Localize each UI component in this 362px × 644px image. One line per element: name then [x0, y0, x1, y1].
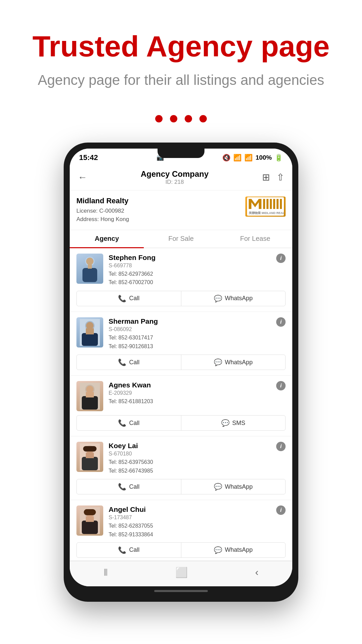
whatsapp-icon-1: 💬 [214, 358, 222, 366]
agent-photo-4 [76, 505, 103, 536]
svg-rect-34 [82, 521, 98, 534]
svg-rect-30 [83, 446, 97, 451]
sms-label-2: SMS [232, 420, 245, 427]
share-button[interactable]: ⇧ [275, 170, 286, 184]
svg-rect-5 [270, 199, 272, 209]
sms-icon-2: 💬 [221, 419, 230, 427]
agent-name-3: Koey Lai [109, 442, 286, 450]
svg-rect-3 [263, 199, 265, 209]
info-icon-2[interactable]: i [276, 381, 286, 390]
agent-id-2: E-209329 [109, 390, 286, 396]
info-icon-3[interactable]: i [276, 442, 286, 451]
agent-tel2-0: Tel: 852-67002700 [109, 278, 286, 287]
app-bar: ← Agency Company ID: 218 ⊞ ⇧ [70, 165, 292, 191]
agent-info-1: Sherman Pang S-086092 Tel: 852-63017417 … [109, 317, 286, 351]
agent-tel1-0: Tel: 852-62973662 [109, 270, 286, 278]
dot-3[interactable] [185, 115, 192, 122]
agent-card-4: i Angel Chui S-173 [70, 500, 292, 560]
agency-license: License: C-000982 [76, 207, 129, 215]
svg-rect-11 [82, 268, 97, 282]
call-icon-1: 📞 [118, 358, 126, 366]
call-button-1[interactable]: 📞 Call [77, 355, 181, 370]
agency-name: Midland Realty [76, 197, 129, 205]
agent-tel2-4: Tel: 852-91333864 [109, 530, 286, 539]
svg-rect-19 [86, 328, 94, 334]
svg-rect-23 [82, 396, 98, 410]
app-bar-title: Agency Company [88, 169, 261, 179]
whatsapp-button-4[interactable]: 💬 WhatsApp [181, 543, 286, 557]
whatsapp-label-1: WhatsApp [225, 359, 253, 366]
agent-card-3: i Koey Lai S-67018 [70, 436, 292, 500]
status-time: 15:42 [79, 153, 98, 162]
svg-point-12 [86, 258, 94, 265]
call-button-4[interactable]: 📞 Call [77, 543, 181, 557]
svg-rect-7 [277, 199, 279, 209]
wifi-icon: 📶 [233, 154, 242, 162]
agent-id-4: S-173487 [109, 515, 286, 521]
page-title: Trusted Agency page [20, 30, 342, 63]
phone-notch [158, 149, 204, 158]
agent-name-2: Agnes Kwan [109, 381, 286, 389]
info-icon-1[interactable]: i [276, 317, 286, 327]
home-bar [154, 590, 208, 592]
agent-info-3: Koey Lai S-670180 Tel: 852-63975630 Tel:… [109, 442, 286, 475]
back-button[interactable]: ← [76, 171, 88, 184]
call-button-3[interactable]: 📞 Call [77, 479, 181, 494]
agent-actions-0: 📞 Call 💬 WhatsApp [76, 291, 286, 306]
agent-info-4: Angel Chui S-173487 Tel: 852-62837055 Te… [109, 505, 286, 539]
nav-back-icon[interactable]: ‹ [255, 567, 258, 578]
agent-card-0: i Stephen Fong S-669778 Tel: 852-629 [70, 248, 292, 312]
nav-home-icon[interactable]: ⬜ [175, 567, 188, 578]
svg-text:美聯物業 MIDLAND REALTY: 美聯物業 MIDLAND REALTY [248, 211, 284, 215]
info-icon-0[interactable]: i [276, 254, 286, 263]
svg-rect-36 [84, 509, 96, 515]
dot-1[interactable] [155, 115, 163, 122]
sms-button-2[interactable]: 💬 SMS [181, 416, 286, 430]
svg-point-22 [86, 386, 94, 393]
agent-info-2: Agnes Kwan E-209329 Tel: 852-61881203 [109, 381, 286, 406]
svg-rect-35 [86, 517, 94, 522]
whatsapp-label-0: WhatsApp [225, 295, 253, 302]
agent-card-1: i Sherman Pang S-0 [70, 312, 292, 376]
call-icon-2: 📞 [118, 419, 126, 427]
whatsapp-button-3[interactable]: 💬 WhatsApp [181, 479, 286, 494]
agent-top-3: Koey Lai S-670180 Tel: 852-63975630 Tel:… [76, 442, 286, 475]
status-icons: 🔇 📶 📶 100% 🔋 [222, 154, 283, 162]
tab-agency[interactable]: Agency [70, 230, 144, 248]
dot-4[interactable] [199, 115, 207, 122]
tab-for-lease[interactable]: For Lease [218, 230, 292, 248]
phone-screen: 15:42 📷 🔇 📶 📶 100% 🔋 ← Agency Company ID… [70, 149, 292, 586]
call-icon-3: 📞 [118, 483, 126, 491]
tabs: Agency For Sale For Lease [70, 230, 292, 248]
dots-indicator [155, 115, 207, 122]
dot-2[interactable] [170, 115, 177, 122]
tab-for-sale[interactable]: For Sale [144, 230, 218, 248]
call-icon-4: 📞 [118, 546, 126, 554]
whatsapp-button-0[interactable]: 💬 WhatsApp [181, 291, 286, 306]
phone-chin [70, 586, 292, 596]
svg-rect-28 [82, 457, 98, 470]
svg-rect-24 [86, 392, 94, 397]
agency-info: Midland Realty License: C-000982 Address… [70, 191, 292, 230]
whatsapp-button-1[interactable]: 💬 WhatsApp [181, 355, 286, 370]
agent-actions-2: 📞 Call 💬 SMS [76, 415, 286, 431]
agent-id-3: S-670180 [109, 451, 286, 457]
svg-rect-29 [86, 453, 94, 458]
nav-menu-icon[interactable]: ⦀ [104, 567, 108, 578]
page-subtitle: Agency page for their all listings and a… [20, 72, 342, 88]
agent-card-2: i Agnes Kwan E-209329 [70, 376, 292, 436]
agent-actions-4: 📞 Call 💬 WhatsApp [76, 542, 286, 558]
agent-top-0: Stephen Fong S-669778 Tel: 852-62973662 … [76, 254, 286, 287]
call-label-2: Call [129, 420, 139, 427]
call-button-2[interactable]: 📞 Call [77, 416, 181, 430]
call-button-0[interactable]: 📞 Call [77, 291, 181, 306]
whatsapp-label-4: WhatsApp [225, 546, 253, 553]
call-icon-0: 📞 [118, 294, 126, 303]
call-label-1: Call [129, 359, 139, 366]
agency-address: Address: Hong Kong [76, 215, 129, 224]
agent-top-2: Agnes Kwan E-209329 Tel: 852-61881203 [76, 381, 286, 411]
whatsapp-label-3: WhatsApp [225, 483, 253, 490]
grid-button[interactable]: ⊞ [261, 170, 271, 184]
svg-rect-8 [280, 199, 282, 209]
agent-list: i Stephen Fong S-669778 Tel: 852-629 [70, 248, 292, 561]
